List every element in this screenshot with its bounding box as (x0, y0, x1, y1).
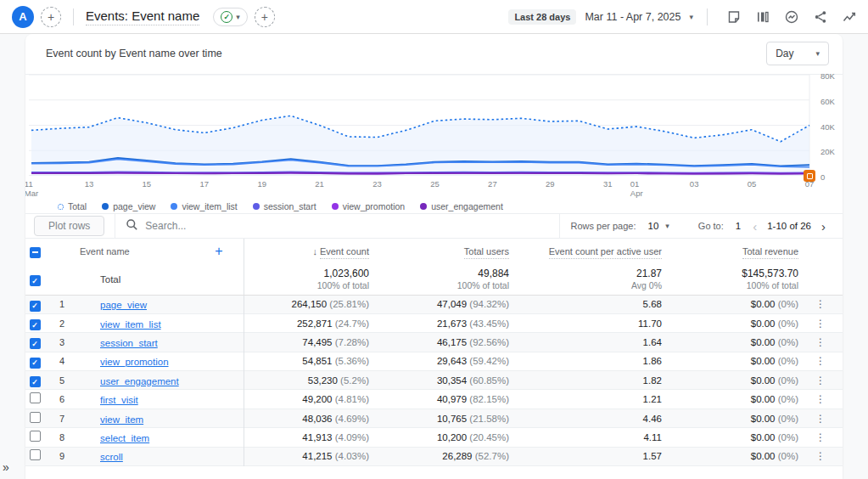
row-menu-icon[interactable]: ⋮ (809, 447, 843, 465)
event-name-link[interactable]: first_visit (80, 395, 138, 405)
x-tick-label: 25 (430, 179, 440, 189)
chevron-down-icon[interactable]: ▾ (665, 222, 669, 230)
row-rank: 8 (54, 428, 80, 447)
row-checkbox[interactable] (30, 392, 41, 403)
row-checkbox[interactable] (30, 449, 41, 460)
metric-value: 1.86 (519, 352, 672, 370)
event-name-link[interactable]: scroll (80, 452, 123, 462)
row-checkbox[interactable]: ✓ (30, 319, 41, 330)
legend-item-view_promotion[interactable]: view_promotion (332, 201, 406, 211)
column-event-count-per-active-user[interactable]: Event count per active user (549, 246, 662, 259)
event-name-link[interactable]: page_view (80, 300, 147, 310)
totals-event-count-sub: 100% of total (244, 280, 370, 290)
legend-item-user_engagement[interactable]: user_engagement (420, 201, 503, 211)
chart-title: Event count by Event name over time (46, 48, 222, 59)
legend-label: session_start (264, 201, 316, 211)
x-tick-label: 21 (315, 179, 324, 189)
x-tick-label: 27 (488, 179, 497, 189)
legend-item-view_item_list[interactable]: view_item_list (171, 201, 237, 211)
insights-icon[interactable] (784, 9, 799, 25)
event-name-link[interactable]: view_item (80, 414, 143, 425)
share-icon[interactable] (813, 9, 828, 25)
table-row: 7view_item48,036 (4.69%)10,765 (21.58%)4… (25, 409, 843, 427)
event-name-link[interactable]: view_promotion (80, 357, 169, 367)
row-menu-icon[interactable]: ⋮ (809, 295, 843, 313)
granularity-value: Day (776, 48, 793, 59)
column-event-name[interactable]: Event name (80, 246, 130, 256)
event-name-link[interactable]: view_item_list (80, 319, 161, 330)
time-series-chart: 020K40K60K80K (25, 75, 843, 176)
row-menu-icon[interactable]: ⋮ (809, 333, 843, 352)
row-checkbox[interactable] (30, 412, 41, 423)
chevron-down-icon[interactable]: ▾ (689, 13, 693, 21)
account-avatar[interactable]: A (12, 6, 34, 28)
date-range[interactable]: Mar 11 - Apr 7, 2025 (585, 11, 680, 23)
date-preset-chip[interactable]: Last 28 days (508, 9, 576, 25)
legend-item-total[interactable]: Total (58, 201, 87, 211)
chevron-down-icon: ▾ (236, 13, 240, 21)
row-checkbox[interactable] (30, 431, 41, 442)
metric-value: 74,495 (7.28%) (244, 333, 379, 352)
totals-per-active-user-sub: Avg 0% (519, 280, 662, 290)
metric-value: 54,851 (5.36%) (244, 352, 379, 370)
add-filter-icon[interactable]: + (255, 7, 275, 27)
sort-desc-icon: ↓ (312, 246, 317, 256)
row-menu-icon[interactable]: ⋮ (809, 390, 843, 409)
compare-icon[interactable] (755, 9, 770, 25)
totals-revenue-sub: 100% of total (672, 280, 798, 290)
goto-value[interactable]: 1 (736, 221, 741, 231)
report-title[interactable]: Events: Event name (86, 8, 199, 25)
row-checkbox[interactable]: ✓ (30, 338, 41, 349)
x-tick-label: 29 (546, 179, 555, 189)
legend-item-page_view[interactable]: page_view (102, 201, 155, 211)
x-tick-label: 03 (690, 179, 699, 189)
y-tick-label: 60K (820, 97, 835, 106)
row-menu-icon[interactable]: ⋮ (809, 313, 843, 332)
plot-rows-button[interactable]: Plot rows (34, 216, 104, 236)
column-event-count[interactable]: Event count (320, 246, 369, 259)
column-total-users[interactable]: Total users (464, 246, 509, 259)
legend-item-session_start[interactable]: session_start (253, 201, 316, 211)
row-checkbox[interactable]: ✓ (30, 301, 41, 312)
y-tick-label: 80K (820, 71, 835, 81)
goto-label: Go to: (698, 221, 724, 231)
x-tick-label: 31 (603, 179, 613, 189)
explore-icon[interactable] (842, 9, 858, 25)
chevron-down-icon: ▾ (815, 49, 820, 58)
row-menu-icon[interactable]: ⋮ (809, 352, 843, 370)
metric-value: 40,979 (82.15%) (379, 390, 519, 409)
event-name-link[interactable]: session_start (80, 338, 158, 348)
legend-dot-icon (332, 203, 339, 210)
x-tick-label: 15 (143, 179, 152, 189)
note-icon[interactable] (726, 9, 742, 25)
event-name-link[interactable]: user_engagement (80, 376, 179, 386)
y-tick-label: 40K (820, 122, 835, 132)
row-rank: 9 (54, 447, 80, 465)
select-all-checkbox[interactable] (30, 247, 41, 258)
next-page-icon[interactable]: › (816, 219, 831, 234)
row-menu-icon[interactable]: ⋮ (809, 428, 843, 447)
metric-value: $0.00 (0%) (672, 409, 809, 427)
totals-checkbox[interactable]: ✓ (30, 275, 41, 286)
rows-per-page-value[interactable]: 10 (648, 221, 659, 231)
row-menu-icon[interactable]: ⋮ (809, 409, 843, 427)
row-menu-icon[interactable]: ⋮ (809, 371, 843, 390)
prev-page-icon[interactable]: ‹ (748, 219, 762, 234)
event-name-link[interactable]: select_item (80, 433, 149, 443)
row-checkbox[interactable]: ✓ (30, 358, 41, 369)
search-input[interactable] (145, 220, 400, 232)
add-column-icon[interactable]: + (215, 244, 222, 259)
metric-value: 11.70 (519, 313, 672, 332)
metric-value: 48,036 (4.69%) (244, 409, 379, 427)
metric-value: 1.57 (519, 447, 672, 465)
legend-label: Total (68, 201, 87, 211)
row-checkbox[interactable]: ✓ (30, 376, 41, 387)
metric-value: 29,643 (59.42%) (379, 352, 519, 370)
expand-nav-icon[interactable]: » (3, 460, 9, 474)
column-total-revenue[interactable]: Total revenue (742, 246, 798, 259)
applied-filter-pill[interactable]: ✓ ▾ (213, 8, 248, 26)
granularity-select[interactable]: Day ▾ (766, 42, 829, 65)
metric-value: $0.00 (0%) (672, 352, 809, 370)
metric-value: 264,150 (25.81%) (244, 295, 379, 313)
add-comparison-icon[interactable]: + (41, 7, 61, 27)
